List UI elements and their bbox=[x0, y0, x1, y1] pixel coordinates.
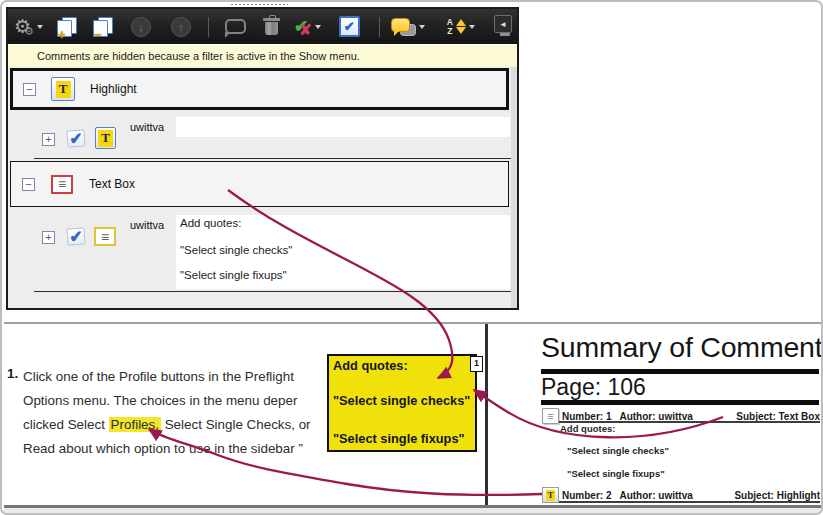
delete-comment-button[interactable] bbox=[265, 12, 278, 42]
sticky-note-box[interactable]: Add quotes: "Select single checks" "Sele… bbox=[327, 354, 477, 452]
gear-small-icon: ⚙ bbox=[24, 26, 34, 37]
reply-button[interactable] bbox=[225, 12, 246, 42]
summary-page: Summary of Comments Page: 106 ≡ Number: … bbox=[540, 324, 821, 505]
sort-arrows-icon bbox=[456, 19, 466, 35]
checkmark-button[interactable]: ✔ bbox=[339, 12, 360, 42]
sort-az-icon: AZ bbox=[447, 18, 453, 35]
group-label: Text Box bbox=[89, 177, 135, 191]
comment-number-badge[interactable]: 1 bbox=[470, 356, 483, 372]
red-x-icon: ✘ bbox=[299, 22, 312, 37]
chevron-down-icon bbox=[315, 25, 321, 29]
row-separator bbox=[34, 291, 511, 292]
previous-comment-button[interactable]: ↑ bbox=[171, 12, 191, 42]
summary-body-line: Add quotes: bbox=[560, 423, 615, 434]
list-number: 1. bbox=[7, 366, 18, 381]
collapse-all-icon: − bbox=[93, 17, 113, 37]
up-arrow-circle-icon: ↑ bbox=[171, 17, 191, 37]
comment-line: "Select single fixups" bbox=[180, 269, 287, 281]
chevron-down-icon bbox=[37, 25, 43, 29]
textbox-comment-icon[interactable]: ≡ bbox=[94, 227, 116, 246]
screenshot-frame: ⚙⚙ + − ↓ ↑ bbox=[0, 0, 823, 515]
set-status-button[interactable]: ✔ ✘ bbox=[294, 12, 321, 42]
document-line: clicked Select Profiles, Select Single C… bbox=[23, 413, 324, 437]
entry-underline bbox=[559, 501, 820, 503]
comment-author: uwittva bbox=[130, 219, 164, 231]
divider-bar bbox=[541, 400, 819, 405]
comments-toolbar: ⚙⚙ + − ↓ ↑ bbox=[8, 9, 517, 44]
summary-body-line: "Select single fixups" bbox=[567, 468, 665, 479]
scrollbar-track[interactable] bbox=[511, 67, 517, 308]
note-line: Add quotes: bbox=[333, 358, 408, 373]
chevron-down-icon bbox=[469, 25, 475, 29]
comment-line: Add quotes: bbox=[180, 217, 241, 229]
comment-text-field[interactable] bbox=[176, 117, 510, 137]
next-comment-button[interactable]: ↓ bbox=[131, 12, 151, 42]
reply-bubble-icon bbox=[225, 19, 246, 34]
row-separator bbox=[34, 158, 511, 159]
collapse-group-icon[interactable]: − bbox=[23, 83, 36, 96]
comment-checkmark[interactable]: ✔ bbox=[66, 129, 85, 147]
down-arrow-circle-icon: ↓ bbox=[131, 17, 151, 37]
highlighted-text[interactable]: Profiles, bbox=[109, 417, 161, 432]
show-comments-button[interactable] bbox=[391, 12, 425, 42]
comment-checkmark[interactable]: ✔ bbox=[66, 227, 85, 245]
comment-author: uwittva bbox=[130, 121, 164, 133]
filter-notice-bar: Comments are hidden because a filter is … bbox=[8, 44, 517, 67]
document-line: Read about which option to use in the si… bbox=[23, 437, 324, 461]
summary-body-line: "Select single checks" bbox=[567, 445, 669, 456]
page-divider bbox=[485, 324, 488, 506]
comments-list: − T Highlight + ✔ T uwittva − ≡ Text Box… bbox=[8, 67, 517, 308]
comment-line: "Select single checks" bbox=[180, 244, 292, 256]
expand-comment-icon[interactable]: + bbox=[42, 231, 55, 244]
group-label: Highlight bbox=[90, 82, 137, 96]
collapse-panel-button[interactable]: ◄ bbox=[494, 15, 512, 33]
highlight-comment-icon[interactable]: T bbox=[95, 127, 116, 149]
summary-title: Summary of Comments bbox=[541, 331, 823, 364]
bottom-shadow bbox=[4, 508, 821, 514]
options-menu-button[interactable]: ⚙⚙ bbox=[14, 12, 43, 42]
collapse-group-icon[interactable]: − bbox=[22, 178, 35, 191]
group-header-textbox[interactable]: − ≡ Text Box bbox=[10, 161, 509, 207]
document-line: Options menu. The choices in the menu de… bbox=[23, 389, 324, 413]
toolbar-separator bbox=[379, 17, 380, 37]
chevron-down-icon bbox=[419, 25, 425, 29]
textbox-tool-icon: ≡ bbox=[51, 175, 73, 194]
trash-icon bbox=[265, 22, 278, 35]
speech-bubbles-icon bbox=[391, 14, 416, 40]
expand-comment-icon[interactable]: + bbox=[42, 133, 55, 146]
blue-checkbox-icon: ✔ bbox=[339, 16, 360, 37]
expand-all-icon: + bbox=[57, 17, 77, 37]
document-text: Click one of the Profile buttons in the … bbox=[23, 365, 324, 461]
document-line: Click one of the Profile buttons in the … bbox=[23, 365, 324, 389]
toolbar-separator bbox=[208, 17, 209, 37]
group-header-highlight[interactable]: − T Highlight bbox=[10, 68, 509, 110]
summary-page-number: Page: 106 bbox=[541, 374, 646, 401]
note-line: "Select single fixups" bbox=[333, 431, 465, 446]
comment-text-field[interactable]: Add quotes: "Select single checks" "Sele… bbox=[176, 215, 510, 289]
collapse-all-button[interactable]: − bbox=[93, 12, 113, 42]
sort-by-button[interactable]: AZ bbox=[447, 12, 475, 42]
highlight-comment-icon: T bbox=[542, 487, 559, 503]
comments-panel: ⚙⚙ + − ↓ ↑ bbox=[6, 7, 519, 310]
expand-all-button[interactable]: + bbox=[57, 12, 77, 42]
textbox-comment-icon: ≡ bbox=[542, 408, 559, 424]
note-line: "Select single checks" bbox=[333, 393, 470, 408]
highlight-tool-icon: T bbox=[51, 77, 75, 101]
